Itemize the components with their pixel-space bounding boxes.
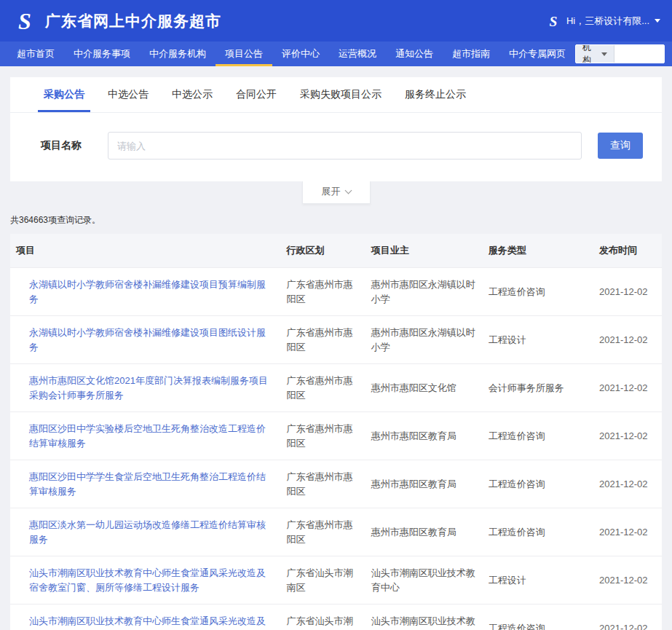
nav-item[interactable]: 运营概况 <box>329 42 386 66</box>
table-row: 惠阳区沙田中学学生食堂后空地卫生死角整治工程造价结算审核服务 广东省惠州市惠阳区… <box>10 460 662 508</box>
table-row: 惠州市惠阳区文化馆2021年度部门决算报表编制服务项目采购会计师事务所服务 广东… <box>10 364 662 412</box>
owner-cell: 惠州市惠阳区永湖镇以时小学 <box>365 268 483 316</box>
project-link[interactable]: 惠州市惠阳区文化馆2021年度部门决算报表编制服务项目采购会计师事务所服务 <box>29 375 268 401</box>
region-cell: 广东省惠州市惠阳区 <box>280 460 365 508</box>
results-table-card: 项目 行政区划 项目业主 服务类型 发布时间 永湖镇以时小学教师宿舍楼补漏维修建… <box>10 234 662 630</box>
nav-search-group: 机构 <box>575 44 665 63</box>
table-header-cell: 服务类型 <box>483 234 593 268</box>
main-nav: 超市首页 中介服务事项 中介服务机构 项目公告 评价中心 运营概况 通知公告 超… <box>0 42 672 66</box>
table-row: 惠阳区沙田中学实验楼后空地卫生死角整治改造工程造价结算审核服务 广东省惠州市惠阳… <box>10 412 662 460</box>
user-greeting: Hi，三桥设计有限... <box>566 15 649 28</box>
region-cell: 广东省汕头市潮南区 <box>280 605 365 630</box>
caret-down-icon <box>601 52 607 56</box>
project-link[interactable]: 惠阳区沙田中学学生食堂后空地卫生死角整治工程造价结算审核服务 <box>29 471 266 497</box>
table-header-cell: 项目 <box>10 234 280 268</box>
announcement-panel: 采购公告 中选公告 中选公示 合同公开 采购失败项目公示 服务终止公示 项目名称… <box>10 77 662 181</box>
service-type-cell: 工程造价咨询 <box>483 268 593 316</box>
publish-date-cell: 2021-12-02 <box>593 316 662 364</box>
nav-search-input[interactable] <box>614 45 665 63</box>
table-row: 永湖镇以时小学教师宿舍楼补漏维修建设项目预算编制服务 广东省惠州市惠阳区 惠州市… <box>10 268 662 316</box>
project-link[interactable]: 惠阳区沙田中学实验楼后空地卫生死角整治改造工程造价结算审核服务 <box>29 423 266 449</box>
table-header-row: 项目 行政区划 项目业主 服务类型 发布时间 <box>10 234 662 268</box>
service-type-cell: 工程造价咨询 <box>483 605 593 630</box>
project-name-label: 项目名称 <box>41 139 108 152</box>
user-logo-icon: S <box>545 13 561 29</box>
region-cell: 广东省惠州市惠阳区 <box>280 316 365 364</box>
owner-cell: 惠州市惠阳区教育局 <box>365 460 483 508</box>
tab-item[interactable]: 合同公开 <box>224 77 288 112</box>
table-row: 惠阳区淡水第一幼儿园运动场改造修缮工程造价结算审核服务 广东省惠州市惠阳区 惠州… <box>10 508 662 556</box>
nav-item[interactable]: 项目公告 <box>216 42 272 66</box>
service-type-cell: 工程造价咨询 <box>483 508 593 556</box>
region-cell: 广东省汕头市潮南区 <box>280 556 365 605</box>
nav-item[interactable]: 评价中心 <box>272 42 329 66</box>
region-cell: 广东省惠州市惠阳区 <box>280 508 365 556</box>
nav-item[interactable]: 中介专属网页 <box>499 42 575 66</box>
expand-label: 展开 <box>322 185 341 198</box>
region-cell: 广东省惠州市惠阳区 <box>280 268 365 316</box>
search-type-select[interactable]: 机构 <box>576 45 614 63</box>
project-name-input[interactable] <box>108 132 582 160</box>
query-button[interactable]: 查询 <box>598 133 643 159</box>
table-row: 汕头市潮南区职业技术教育中心师生食堂通风采光改造及宿舍教室门窗、厕所等修缮工程预… <box>10 605 662 630</box>
app-header: S 广东省网上中介服务超市 S Hi，三桥设计有限... <box>0 0 672 42</box>
tab-item[interactable]: 服务终止公示 <box>393 77 478 112</box>
table-row: 永湖镇以时小学教师宿舍楼补漏维修建设项目图纸设计服务 广东省惠州市惠阳区 惠州市… <box>10 316 662 364</box>
owner-cell: 汕头市潮南区职业技术教育中心 <box>365 605 483 630</box>
svg-text:S: S <box>18 8 31 34</box>
nav-item[interactable]: 超市首页 <box>7 42 64 66</box>
results-table: 项目 行政区划 项目业主 服务类型 发布时间 永湖镇以时小学教师宿舍楼补漏维修建… <box>10 234 662 630</box>
project-link[interactable]: 惠阳区淡水第一幼儿园运动场改造修缮工程造价结算审核服务 <box>29 519 266 545</box>
tab-item[interactable]: 采购失败项目公示 <box>288 77 393 112</box>
search-type-value: 机构 <box>582 44 591 63</box>
tab-item[interactable]: 中选公示 <box>160 77 224 112</box>
publish-date-cell: 2021-12-02 <box>593 364 662 412</box>
publish-date-cell: 2021-12-02 <box>593 412 662 460</box>
app-logo-icon: S <box>12 8 38 34</box>
svg-text:S: S <box>549 13 557 28</box>
service-type-cell: 工程造价咨询 <box>483 412 593 460</box>
tab-item[interactable]: 采购公告 <box>32 77 96 112</box>
app-title: 广东省网上中介服务超市 <box>45 11 221 31</box>
publish-date-cell: 2021-12-02 <box>593 556 662 605</box>
table-header-cell: 行政区划 <box>280 234 365 268</box>
owner-cell: 惠州市惠阳区文化馆 <box>365 364 483 412</box>
publish-date-cell: 2021-12-02 <box>593 268 662 316</box>
owner-cell: 汕头市潮南区职业技术教育中心 <box>365 556 483 605</box>
publish-date-cell: 2021-12-02 <box>593 605 662 630</box>
region-cell: 广东省惠州市惠阳区 <box>280 364 365 412</box>
owner-cell: 惠州市惠阳区永湖镇以时小学 <box>365 316 483 364</box>
region-cell: 广东省惠州市惠阳区 <box>280 412 365 460</box>
project-link[interactable]: 汕头市潮南区职业技术教育中心师生食堂通风采光改造及宿舍教室门窗、厕所等修缮工程设… <box>29 567 266 593</box>
table-header-cell: 项目业主 <box>365 234 483 268</box>
expand-button[interactable]: 展开 <box>302 181 371 204</box>
service-type-cell: 会计师事务所服务 <box>483 364 593 412</box>
project-link[interactable]: 汕头市潮南区职业技术教育中心师生食堂通风采光改造及宿舍教室门窗、厕所等修缮工程预… <box>29 615 266 630</box>
table-row: 汕头市潮南区职业技术教育中心师生食堂通风采光改造及宿舍教室门窗、厕所等修缮工程设… <box>10 556 662 605</box>
nav-item[interactable]: 通知公告 <box>386 42 443 66</box>
owner-cell: 惠州市惠阳区教育局 <box>365 412 483 460</box>
chevron-down-icon <box>344 186 352 194</box>
nav-item[interactable]: 中介服务机构 <box>140 42 216 66</box>
nav-item[interactable]: 超市指南 <box>443 42 499 66</box>
nav-item[interactable]: 中介服务事项 <box>64 42 140 66</box>
caret-down-icon <box>655 19 660 23</box>
tab-item[interactable]: 中选公告 <box>96 77 160 112</box>
publish-date-cell: 2021-12-02 <box>593 508 662 556</box>
service-type-cell: 工程设计 <box>483 316 593 364</box>
project-link[interactable]: 永湖镇以时小学教师宿舍楼补漏维修建设项目预算编制服务 <box>29 279 266 304</box>
table-header-cell: 发布时间 <box>593 234 662 268</box>
service-type-cell: 工程造价咨询 <box>483 460 593 508</box>
filter-row: 项目名称 查询 <box>10 113 662 181</box>
publish-date-cell: 2021-12-02 <box>593 460 662 508</box>
project-link[interactable]: 永湖镇以时小学教师宿舍楼补漏维修建设项目图纸设计服务 <box>29 327 266 353</box>
announcement-tabs: 采购公告 中选公告 中选公示 合同公开 采购失败项目公示 服务终止公示 <box>10 77 662 113</box>
user-menu[interactable]: S Hi，三桥设计有限... <box>545 13 660 29</box>
result-summary: 共364663项查询记录。 <box>10 214 660 227</box>
owner-cell: 惠州市惠阳区教育局 <box>365 508 483 556</box>
service-type-cell: 工程设计 <box>483 556 593 605</box>
